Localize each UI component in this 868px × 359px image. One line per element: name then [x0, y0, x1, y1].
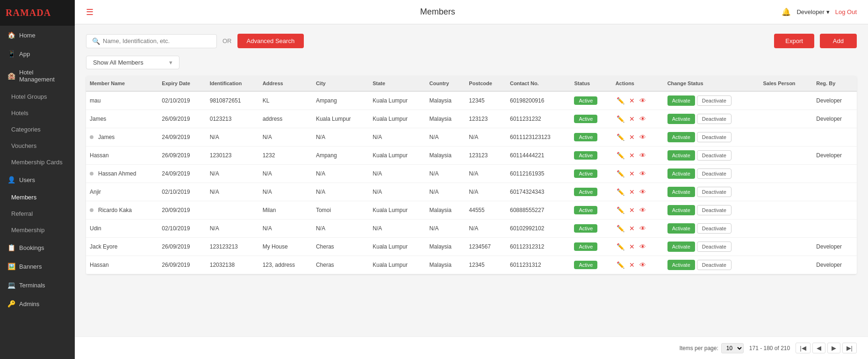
activate-button[interactable]: Activate	[667, 95, 695, 106]
prev-page-button[interactable]: ◀	[812, 343, 825, 353]
view-button[interactable]: 👁	[638, 132, 647, 142]
edit-button[interactable]: ✏️	[616, 169, 625, 178]
deactivate-button[interactable]: Deactivate	[697, 150, 732, 161]
cell-reg-by	[812, 220, 857, 238]
activate-button[interactable]: Activate	[667, 132, 695, 142]
first-page-button[interactable]: |◀	[796, 343, 810, 353]
cell-postcode: N/A	[465, 165, 506, 183]
sidebar-item-vouchers[interactable]: Vouchers	[0, 138, 75, 154]
edit-button[interactable]: ✏️	[616, 187, 625, 197]
activate-button[interactable]: Activate	[667, 114, 695, 124]
sidebar-item-terminals[interactable]: 💻 Terminals	[0, 276, 75, 294]
cell-reg-by: Developer	[812, 147, 857, 165]
sidebar-item-hotel-groups[interactable]: Hotel Groups	[0, 88, 75, 105]
notification-icon[interactable]: 🔔	[782, 7, 791, 16]
cell-identification: 123123213	[206, 238, 259, 256]
activate-button[interactable]: Activate	[667, 169, 695, 179]
cell-state: Kuala Lumpur	[369, 201, 425, 220]
cell-change-status: Activate Deactivate	[664, 128, 760, 147]
deactivate-button[interactable]: Deactivate	[697, 205, 732, 215]
delete-button[interactable]: ✕	[628, 132, 636, 142]
deactivate-button[interactable]: Deactivate	[697, 95, 732, 106]
cell-contact: 6011123123123	[506, 128, 570, 147]
deactivate-button[interactable]: Deactivate	[697, 260, 732, 270]
cell-sales-person	[759, 220, 812, 238]
sidebar-item-membership[interactable]: Membership	[0, 222, 75, 238]
deactivate-button[interactable]: Deactivate	[697, 114, 732, 124]
view-button[interactable]: 👁	[638, 224, 647, 233]
activate-button[interactable]: Activate	[667, 260, 695, 270]
advanced-search-button[interactable]: Advanced Search	[237, 34, 304, 48]
delete-button[interactable]: ✕	[628, 96, 636, 105]
delete-button[interactable]: ✕	[628, 260, 636, 270]
sidebar-item-home[interactable]: 🏠 Home	[0, 26, 75, 44]
logout-button[interactable]: Log Out	[835, 8, 857, 15]
sidebar-label-bookings: Bookings	[19, 244, 44, 251]
cell-sales-person	[759, 165, 812, 183]
sidebar-item-members[interactable]: Members	[0, 189, 75, 205]
deactivate-button[interactable]: Deactivate	[697, 169, 732, 179]
view-button[interactable]: 👁	[638, 114, 647, 124]
filter-label: Show All Members	[93, 59, 143, 66]
deactivate-button[interactable]: Deactivate	[697, 223, 732, 234]
page-title: Members	[93, 7, 782, 17]
filter-dropdown[interactable]: Show All Members ▾	[86, 56, 179, 69]
delete-button[interactable]: ✕	[628, 114, 636, 124]
view-button[interactable]: 👁	[638, 242, 647, 251]
edit-button[interactable]: ✏️	[616, 114, 625, 124]
edit-button[interactable]: ✏️	[616, 242, 625, 251]
activate-button[interactable]: Activate	[667, 187, 695, 197]
activate-button[interactable]: Activate	[667, 150, 695, 161]
activate-button[interactable]: Activate	[667, 205, 695, 215]
per-page-select[interactable]: 10 25 50	[721, 343, 744, 353]
sidebar-item-banners[interactable]: 🖼️ Banners	[0, 257, 75, 276]
view-button[interactable]: 👁	[638, 187, 647, 197]
cell-reg-by	[812, 201, 857, 220]
edit-button[interactable]: ✏️	[616, 224, 625, 233]
add-button[interactable]: Add	[820, 34, 857, 48]
deactivate-button[interactable]: Deactivate	[697, 242, 732, 252]
sidebar-item-users[interactable]: 👤 Users	[0, 170, 75, 189]
edit-button[interactable]: ✏️	[616, 96, 625, 105]
search-input[interactable]	[103, 37, 211, 44]
deactivate-button[interactable]: Deactivate	[697, 187, 732, 197]
hamburger-icon[interactable]: ☰	[86, 7, 93, 17]
delete-button[interactable]: ✕	[628, 169, 636, 178]
view-button[interactable]: 👁	[638, 96, 647, 105]
delete-button[interactable]: ✕	[628, 187, 636, 197]
view-button[interactable]: 👁	[638, 260, 647, 270]
sidebar-item-app[interactable]: 📱 App	[0, 44, 75, 63]
cell-reg-by	[812, 183, 857, 201]
delete-button[interactable]: ✕	[628, 242, 636, 251]
sidebar-item-categories[interactable]: Categories	[0, 121, 75, 138]
delete-button[interactable]: ✕	[628, 205, 636, 215]
delete-button[interactable]: ✕	[628, 224, 636, 233]
deactivate-button[interactable]: Deactivate	[697, 132, 732, 142]
cell-city: Ampang	[312, 147, 369, 165]
delete-button[interactable]: ✕	[628, 151, 636, 160]
view-button[interactable]: 👁	[638, 169, 647, 178]
activate-button[interactable]: Activate	[667, 242, 695, 252]
activate-button[interactable]: Activate	[667, 223, 695, 234]
edit-button[interactable]: ✏️	[616, 132, 625, 142]
sidebar-item-membership-cards[interactable]: Membership Cards	[0, 154, 75, 170]
edit-button[interactable]: ✏️	[616, 260, 625, 270]
sidebar-item-hotel-management[interactable]: 🏨 Hotel Management	[0, 63, 75, 88]
edit-button[interactable]: ✏️	[616, 205, 625, 215]
sidebar-item-hotels[interactable]: Hotels	[0, 105, 75, 121]
view-button[interactable]: 👁	[638, 205, 647, 215]
view-button[interactable]: 👁	[638, 151, 647, 160]
next-page-button[interactable]: ▶	[827, 343, 840, 353]
sidebar-item-admins[interactable]: 🔑 Admins	[0, 294, 75, 313]
export-button[interactable]: Export	[774, 34, 814, 48]
cell-contact: 6011231232	[506, 110, 570, 128]
cell-city: Cheras	[312, 256, 369, 274]
last-page-button[interactable]: ▶|	[842, 343, 857, 353]
user-menu[interactable]: Developer ▾	[796, 8, 829, 15]
edit-button[interactable]: ✏️	[616, 151, 625, 160]
sidebar-label-users: Users	[19, 176, 35, 183]
sidebar-item-bookings[interactable]: 📋 Bookings	[0, 238, 75, 257]
sidebar-item-referral[interactable]: Referral	[0, 205, 75, 222]
cell-address: N/A	[259, 165, 312, 183]
table-row: Ricardo Kaka 20/09/2019MilanTomoiKuala L…	[86, 201, 857, 220]
